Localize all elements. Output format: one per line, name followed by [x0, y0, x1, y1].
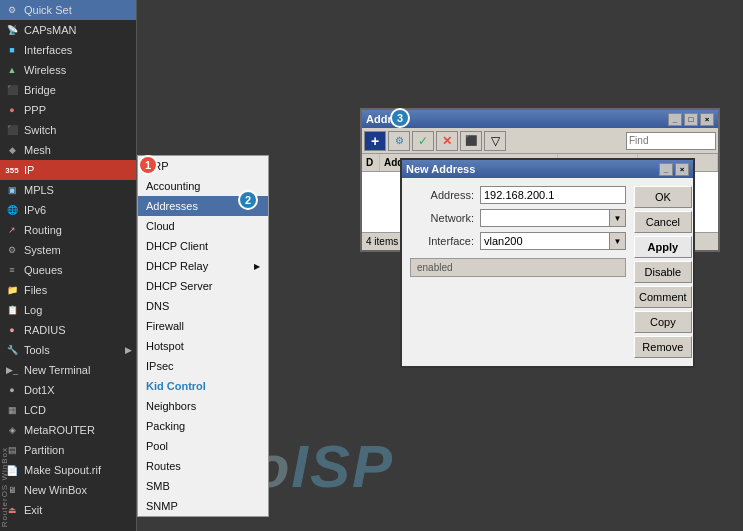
sidebar-item-make-supout[interactable]: 📄 Make Supout.rif	[0, 460, 136, 480]
sidebar-item-tools[interactable]: 🔧 Tools ▶	[0, 340, 136, 360]
sidebar-item-lcd[interactable]: ▦ LCD	[0, 400, 136, 420]
comment-button[interactable]: Comment	[634, 286, 692, 308]
sidebar-item-mpls[interactable]: ▣ MPLS	[0, 180, 136, 200]
submenu-dhcp-relay[interactable]: DHCP Relay	[138, 256, 268, 276]
sidebar-item-label: Queues	[24, 264, 63, 276]
sidebar-item-quickset[interactable]: ⚙ Quick Set	[0, 0, 136, 20]
ipv6-icon: 🌐	[4, 202, 20, 218]
address-label: Address:	[410, 189, 480, 201]
interface-dropdown-arrow[interactable]: ▼	[609, 233, 625, 249]
maximize-button[interactable]: □	[684, 113, 698, 126]
cancel-button[interactable]: Cancel	[634, 211, 692, 233]
sidebar-item-new-winbox[interactable]: 🖥 New WinBox	[0, 480, 136, 500]
new-addr-titlebar: New Address _ ×	[402, 160, 693, 178]
address-input[interactable]	[480, 186, 626, 204]
sidebar-item-label: New Terminal	[24, 364, 90, 376]
add-address-button[interactable]: +	[364, 131, 386, 151]
sidebar-item-label: IPv6	[24, 204, 46, 216]
submenu-firewall[interactable]: Firewall	[138, 316, 268, 336]
sidebar-item-files[interactable]: 📁 Files	[0, 280, 136, 300]
submenu-packing[interactable]: Packing	[138, 416, 268, 436]
settings-button[interactable]: ⚙	[388, 131, 410, 151]
sidebar-item-switch[interactable]: ⬛ Switch	[0, 120, 136, 140]
sidebar-item-label: Tools	[24, 344, 50, 356]
new-addr-fields: Address: Network: ▼ Interface: vlan200 ▼…	[410, 186, 626, 358]
sidebar-item-exit[interactable]: ⏏ Exit	[0, 500, 136, 520]
remove-button[interactable]: Remove	[634, 336, 692, 358]
dialog-buttons: OK Cancel Apply Disable Comment Copy Rem…	[634, 186, 692, 358]
submenu-dhcp-client[interactable]: DHCP Client	[138, 236, 268, 256]
sidebar-item-queues[interactable]: ≡ Queues	[0, 260, 136, 280]
ok-button[interactable]: OK	[634, 186, 692, 208]
submenu-cloud[interactable]: Cloud	[138, 216, 268, 236]
mesh-icon: ◆	[4, 142, 20, 158]
sidebar-item-label: Bridge	[24, 84, 56, 96]
apply-button[interactable]: Apply	[634, 236, 692, 258]
sidebar-item-label: Interfaces	[24, 44, 72, 56]
disable-button[interactable]: Disable	[634, 261, 692, 283]
submenu-snmp[interactable]: SNMP	[138, 496, 268, 516]
sidebar-item-routing[interactable]: ↗ Routing	[0, 220, 136, 240]
sidebar-item-label: Files	[24, 284, 47, 296]
enabled-status: enabled	[410, 258, 626, 277]
close-button[interactable]: ×	[700, 113, 714, 126]
sidebar-item-capsman[interactable]: 📡 CAPsMAN	[0, 20, 136, 40]
sidebar-item-interfaces[interactable]: ■ Interfaces	[0, 40, 136, 60]
bridge-icon: ⬛	[4, 82, 20, 98]
sidebar-item-label: Log	[24, 304, 42, 316]
copy-button[interactable]: Copy	[634, 311, 692, 333]
network-select[interactable]: ▼	[480, 209, 626, 227]
new-addr-minimize-button[interactable]: _	[659, 163, 673, 176]
sidebar-item-label: RADIUS	[24, 324, 66, 336]
check-button[interactable]: ✓	[412, 131, 434, 151]
sidebar-item-log[interactable]: 📋 Log	[0, 300, 136, 320]
address-field-row: Address:	[410, 186, 626, 204]
sidebar-item-system[interactable]: ⚙ System	[0, 240, 136, 260]
callout-3: 3	[390, 108, 410, 128]
submenu-routes[interactable]: Routes	[138, 456, 268, 476]
ppp-icon: ●	[4, 102, 20, 118]
submenu-hotspot[interactable]: Hotspot	[138, 336, 268, 356]
routing-icon: ↗	[4, 222, 20, 238]
sidebar-item-label: CAPsMAN	[24, 24, 77, 36]
search-input[interactable]	[626, 132, 716, 150]
sidebar-item-ipv6[interactable]: 🌐 IPv6	[0, 200, 136, 220]
wireless-icon: ▲	[4, 62, 20, 78]
sidebar-item-mesh[interactable]: ◆ Mesh	[0, 140, 136, 160]
addr-list-titlebar: Addr... _ □ ×	[362, 110, 718, 128]
sidebar-item-partition[interactable]: ▤ Partition	[0, 440, 136, 460]
sidebar-item-new-terminal[interactable]: ▶_ New Terminal	[0, 360, 136, 380]
filter-button[interactable]: ▽	[484, 131, 506, 151]
sidebar-item-radius[interactable]: ● RADIUS	[0, 320, 136, 340]
interface-select[interactable]: vlan200 ▼	[480, 232, 626, 250]
submenu-dhcp-server[interactable]: DHCP Server	[138, 276, 268, 296]
interfaces-icon: ■	[4, 42, 20, 58]
sidebar-item-bridge[interactable]: ⬛ Bridge	[0, 80, 136, 100]
network-dropdown-arrow[interactable]: ▼	[609, 210, 625, 226]
submenu-dns[interactable]: DNS	[138, 296, 268, 316]
sidebar-item-label: Partition	[24, 444, 64, 456]
sidebar-item-label: System	[24, 244, 61, 256]
callout-2: 2	[238, 190, 258, 210]
sidebar-item-metarouter[interactable]: ◈ MetaROUTER	[0, 420, 136, 440]
sidebar-item-ip[interactable]: 355 IP	[0, 160, 136, 180]
copy-button[interactable]: ⬛	[460, 131, 482, 151]
interface-label: Interface:	[410, 235, 480, 247]
sidebar-item-dot1x[interactable]: ● Dot1X	[0, 380, 136, 400]
submenu-ipsec[interactable]: IPsec	[138, 356, 268, 376]
submenu-neighbors[interactable]: Neighbors	[138, 396, 268, 416]
submenu-kid-control[interactable]: Kid Control	[138, 376, 268, 396]
sidebar-item-ppp[interactable]: ● PPP	[0, 100, 136, 120]
switch-icon: ⬛	[4, 122, 20, 138]
sidebar-item-wireless[interactable]: ▲ Wireless	[0, 60, 136, 80]
log-icon: 📋	[4, 302, 20, 318]
submenu-smb[interactable]: SMB	[138, 476, 268, 496]
minimize-button[interactable]: _	[668, 113, 682, 126]
new-addr-close-button[interactable]: ×	[675, 163, 689, 176]
delete-button[interactable]: ✕	[436, 131, 458, 151]
submenu-pool[interactable]: Pool	[138, 436, 268, 456]
sidebar-item-label: Dot1X	[24, 384, 55, 396]
sidebar-item-label: Switch	[24, 124, 56, 136]
sidebar-item-label: PPP	[24, 104, 46, 116]
sidebar-item-label: MPLS	[24, 184, 54, 196]
